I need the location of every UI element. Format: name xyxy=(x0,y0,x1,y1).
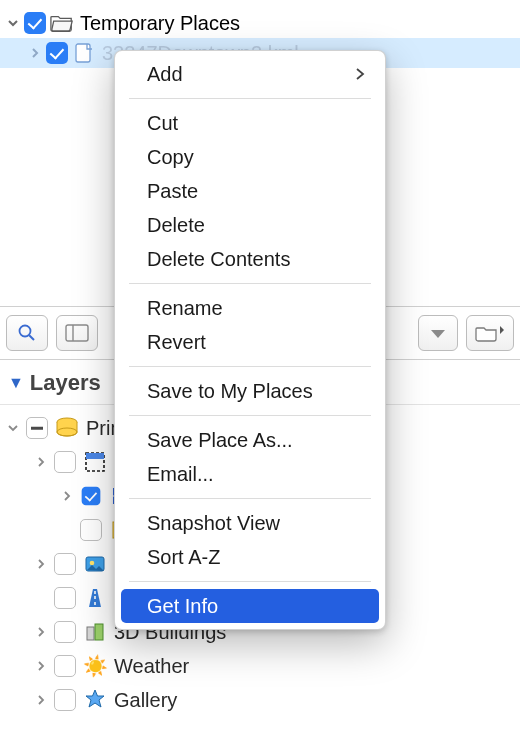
search-button[interactable] xyxy=(6,315,48,351)
menu-label: Cut xyxy=(147,112,178,135)
checkbox-primary-database[interactable] xyxy=(26,417,48,439)
dropdown-button[interactable] xyxy=(418,315,458,351)
checkbox-borders[interactable] xyxy=(54,451,76,473)
menu-label: Save to My Places xyxy=(147,380,313,403)
menu-item-copy[interactable]: Copy xyxy=(115,140,385,174)
menu-item-save-to-my-places[interactable]: Save to My Places xyxy=(115,374,385,408)
tree-row-temporary-places[interactable]: Temporary Places xyxy=(0,8,520,38)
menu-label: Rename xyxy=(147,297,223,320)
chevron-down-icon[interactable] xyxy=(6,16,20,30)
svg-rect-8 xyxy=(86,453,104,459)
disclosure-triangle-icon[interactable]: ▼ xyxy=(8,374,24,392)
menu-label: Save Place As... xyxy=(147,429,293,452)
menu-separator xyxy=(129,498,371,499)
folder-popup-button[interactable] xyxy=(466,315,514,351)
svg-point-1 xyxy=(20,326,31,337)
chevron-right-icon[interactable] xyxy=(28,46,42,60)
chevron-right-icon[interactable] xyxy=(34,693,48,707)
borders-icon xyxy=(82,449,108,475)
layer-row-weather[interactable]: ☀️ Weather xyxy=(0,649,520,683)
menu-item-email[interactable]: Email... xyxy=(115,457,385,491)
checkbox-3d-buildings[interactable] xyxy=(54,621,76,643)
svg-rect-0 xyxy=(76,44,90,62)
photos-icon xyxy=(82,551,108,577)
menu-label: Snapshot View xyxy=(147,512,280,535)
menu-item-get-info[interactable]: Get Info xyxy=(121,589,379,623)
menu-label: Delete xyxy=(147,214,205,237)
menu-label: Sort A-Z xyxy=(147,546,220,569)
menu-separator xyxy=(129,283,371,284)
menu-item-snapshot-view[interactable]: Snapshot View xyxy=(115,506,385,540)
menu-item-paste[interactable]: Paste xyxy=(115,174,385,208)
checkbox-temporary-places[interactable] xyxy=(24,12,46,34)
submenu-arrow-icon xyxy=(355,68,365,80)
layer-row-gallery[interactable]: Gallery xyxy=(0,683,520,717)
checkbox-kml-file[interactable] xyxy=(46,42,68,64)
layer-label: Weather xyxy=(114,655,189,678)
chevron-right-icon[interactable] xyxy=(34,659,48,673)
panel-icon xyxy=(65,324,89,342)
checkbox-borders-sub[interactable] xyxy=(82,487,101,506)
menu-label: Get Info xyxy=(147,595,218,618)
menu-item-add[interactable]: Add xyxy=(115,57,385,91)
menu-label: Revert xyxy=(147,331,206,354)
folder-open-icon xyxy=(50,11,74,35)
svg-rect-15 xyxy=(87,627,94,640)
buildings-icon xyxy=(82,619,108,645)
folder-popup-icon xyxy=(475,323,505,343)
svg-line-2 xyxy=(29,335,34,340)
chevron-right-icon[interactable] xyxy=(34,455,48,469)
menu-item-delete-contents[interactable]: Delete Contents xyxy=(115,242,385,276)
menu-item-cut[interactable]: Cut xyxy=(115,106,385,140)
chevron-down-icon[interactable] xyxy=(6,421,20,435)
menu-item-save-place-as[interactable]: Save Place As... xyxy=(115,423,385,457)
checkbox-roads[interactable] xyxy=(54,587,76,609)
chevron-right-icon[interactable] xyxy=(34,625,48,639)
arrow-down-icon xyxy=(429,326,447,340)
chevron-right-icon[interactable] xyxy=(60,489,74,503)
context-menu: Add Cut Copy Paste Delete Delete Content… xyxy=(114,50,386,630)
database-icon xyxy=(54,415,80,441)
svg-point-14 xyxy=(90,561,95,566)
menu-label: Add xyxy=(147,63,183,86)
menu-item-sort-az[interactable]: Sort A-Z xyxy=(115,540,385,574)
kml-file-icon xyxy=(72,41,96,65)
menu-label: Paste xyxy=(147,180,198,203)
gallery-icon xyxy=(82,687,108,713)
menu-item-delete[interactable]: Delete xyxy=(115,208,385,242)
menu-separator xyxy=(129,98,371,99)
weather-icon: ☀️ xyxy=(82,653,108,679)
menu-item-rename[interactable]: Rename xyxy=(115,291,385,325)
svg-rect-3 xyxy=(66,325,88,341)
checkbox-weather[interactable] xyxy=(54,655,76,677)
magnifier-icon xyxy=(17,323,37,343)
layers-title: Layers xyxy=(30,370,101,396)
checkbox-places[interactable] xyxy=(80,519,102,541)
panel-toggle-button[interactable] xyxy=(56,315,98,351)
menu-separator xyxy=(129,415,371,416)
checkbox-gallery[interactable] xyxy=(54,689,76,711)
tree-label-temporary-places: Temporary Places xyxy=(80,12,240,35)
roads-icon xyxy=(82,585,108,611)
chevron-right-icon[interactable] xyxy=(34,557,48,571)
menu-label: Copy xyxy=(147,146,194,169)
menu-item-revert[interactable]: Revert xyxy=(115,325,385,359)
menu-label: Email... xyxy=(147,463,214,486)
menu-separator xyxy=(129,581,371,582)
layer-label: Gallery xyxy=(114,689,177,712)
menu-label: Delete Contents xyxy=(147,248,290,271)
checkbox-photos[interactable] xyxy=(54,553,76,575)
menu-separator xyxy=(129,366,371,367)
svg-rect-16 xyxy=(95,624,103,640)
